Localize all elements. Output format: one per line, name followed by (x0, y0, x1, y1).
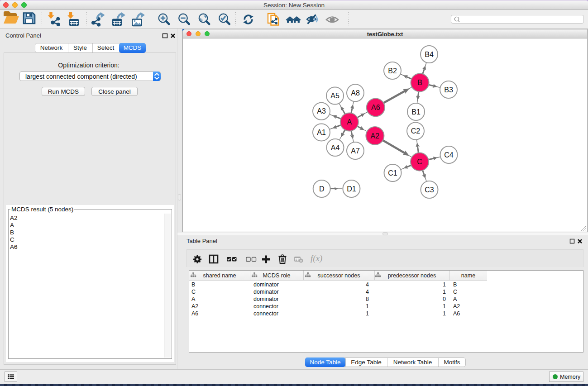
svg-text:A6: A6 (371, 104, 380, 111)
svg-text:B3: B3 (444, 86, 453, 94)
svg-text:C1: C1 (388, 169, 397, 177)
svg-text:A5: A5 (330, 92, 339, 100)
svg-text:B: B (417, 79, 422, 86)
svg-text:A2: A2 (371, 132, 380, 140)
svg-text:D1: D1 (347, 185, 356, 193)
svg-text:C4: C4 (444, 151, 454, 159)
svg-text:C2: C2 (411, 127, 421, 135)
svg-text:B2: B2 (388, 67, 397, 75)
svg-text:B4: B4 (425, 51, 434, 58)
svg-text:A: A (347, 118, 352, 126)
svg-text:A3: A3 (317, 107, 326, 115)
svg-text:C: C (417, 158, 422, 166)
svg-text:B1: B1 (411, 108, 421, 116)
svg-text:C3: C3 (425, 186, 434, 194)
svg-text:A8: A8 (351, 89, 360, 97)
svg-text:A4: A4 (331, 144, 340, 152)
svg-text:D: D (319, 185, 325, 193)
svg-text:A1: A1 (317, 129, 326, 136)
svg-text:A7: A7 (351, 147, 360, 155)
